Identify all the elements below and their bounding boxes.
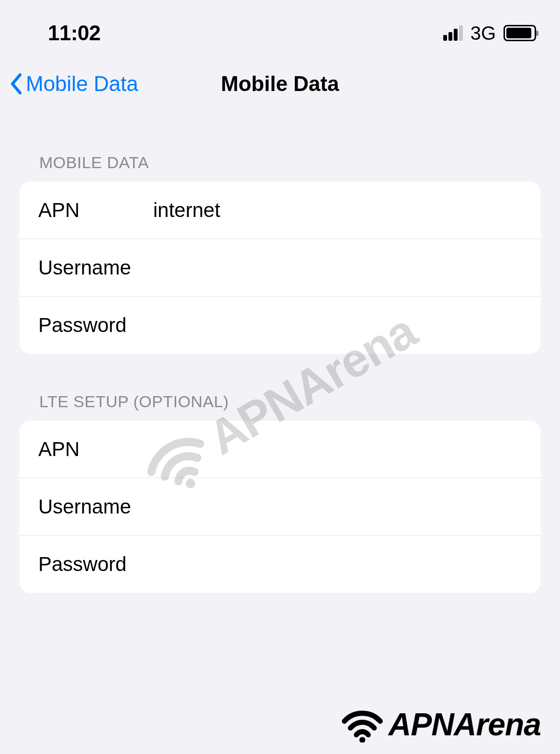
back-button[interactable]: Mobile Data <box>10 72 138 96</box>
lte-password-label: Password <box>38 553 153 576</box>
username-label: Username <box>38 256 153 279</box>
group-lte: APN Username Password <box>19 421 541 593</box>
navigation-bar: Mobile Data Mobile Data <box>0 48 560 110</box>
lte-apn-input[interactable] <box>153 438 522 461</box>
row-apn[interactable]: APN <box>19 182 541 239</box>
section-header-lte: LTE SETUP (OPTIONAL) <box>39 392 541 411</box>
lte-password-input[interactable] <box>153 553 522 576</box>
page-title: Mobile Data <box>221 72 339 96</box>
row-lte-password[interactable]: Password <box>19 536 541 593</box>
row-password[interactable]: Password <box>19 297 541 354</box>
chevron-left-icon <box>10 73 23 95</box>
signal-icon <box>443 25 463 41</box>
group-mobile-data: APN Username Password <box>19 182 541 354</box>
row-lte-username[interactable]: Username <box>19 478 541 536</box>
watermark-bottom-text: APNArena <box>389 706 541 743</box>
watermark-bottom: APNArena <box>341 704 541 744</box>
svg-point-1 <box>359 737 365 743</box>
battery-icon <box>504 25 536 41</box>
password-input[interactable] <box>153 314 522 337</box>
password-label: Password <box>38 314 153 337</box>
lte-apn-label: APN <box>38 438 153 461</box>
row-lte-apn[interactable]: APN <box>19 421 541 478</box>
section-mobile-data: MOBILE DATA APN Username Password <box>0 153 560 354</box>
wifi-icon <box>341 704 384 744</box>
lte-username-input[interactable] <box>153 495 522 518</box>
status-bar: 11:02 3G <box>0 0 560 48</box>
row-username[interactable]: Username <box>19 239 541 297</box>
status-time: 11:02 <box>48 21 101 45</box>
section-header-mobile-data: MOBILE DATA <box>39 153 541 172</box>
apn-label: APN <box>38 199 153 222</box>
network-type-label: 3G <box>470 23 496 44</box>
lte-username-label: Username <box>38 495 153 518</box>
section-lte: LTE SETUP (OPTIONAL) APN Username Passwo… <box>0 392 560 593</box>
back-label: Mobile Data <box>26 72 138 96</box>
username-input[interactable] <box>153 256 522 279</box>
status-right: 3G <box>443 23 536 44</box>
apn-input[interactable] <box>153 199 522 222</box>
